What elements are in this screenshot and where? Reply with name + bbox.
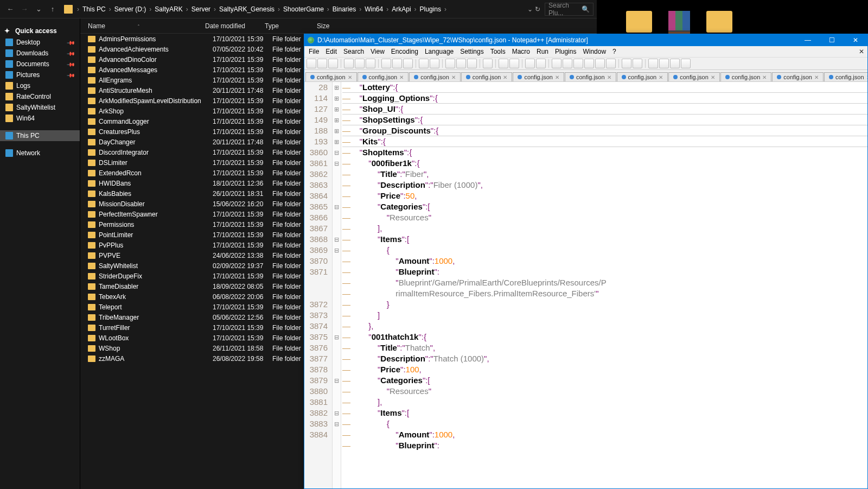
- fold-toggle[interactable]: [333, 212, 341, 223]
- fold-toggle[interactable]: [333, 299, 341, 310]
- menu-item[interactable]: Macro: [512, 48, 530, 55]
- nav-up-button[interactable]: ↑: [47, 3, 59, 15]
- fold-toggle[interactable]: [333, 364, 341, 375]
- toolbar-button[interactable]: [344, 59, 354, 68]
- breadcrumb-item[interactable]: This PC: [80, 5, 108, 13]
- sidebar-item[interactable]: Downloads📌: [0, 48, 80, 59]
- document-tab[interactable]: config.json✕: [358, 72, 409, 81]
- breadcrumb-item[interactable]: ShooterGame: [281, 5, 326, 13]
- desktop-folder-icon[interactable]: [706, 11, 732, 33]
- tab-close-icon[interactable]: ✕: [607, 74, 611, 80]
- sidebar-this-pc[interactable]: This PC: [0, 130, 80, 141]
- toolbar-button[interactable]: [573, 59, 583, 68]
- fold-toggle[interactable]: [333, 342, 341, 353]
- fold-toggle[interactable]: ⊟: [333, 147, 341, 158]
- toolbar-button[interactable]: [392, 59, 402, 68]
- menu-item[interactable]: Edit: [326, 48, 337, 55]
- fold-toggle[interactable]: [333, 440, 341, 451]
- column-headers[interactable]: Nameˆ Date modified Type Size: [80, 18, 597, 34]
- fold-toggle[interactable]: [333, 266, 341, 277]
- tab-close-icon[interactable]: ✕: [348, 74, 352, 80]
- fold-toggle[interactable]: [333, 277, 341, 288]
- document-tab[interactable]: config.json✕: [565, 72, 616, 81]
- desktop-folder-icon[interactable]: [626, 11, 652, 33]
- breadcrumb-item[interactable]: Binaries: [330, 5, 358, 13]
- sidebar-network[interactable]: Network: [0, 148, 80, 158]
- fold-toggle[interactable]: ⊟: [333, 245, 341, 256]
- fold-toggle[interactable]: ⊟: [333, 201, 341, 212]
- fold-toggle[interactable]: [333, 256, 341, 266]
- refresh-button[interactable]: ↻: [535, 5, 540, 13]
- fold-toggle[interactable]: ⊟: [333, 234, 341, 245]
- toolbar-button[interactable]: [430, 59, 439, 68]
- menu-item[interactable]: Plugins: [555, 48, 576, 55]
- fold-toggle[interactable]: [333, 288, 341, 299]
- document-tab[interactable]: config.json✕: [513, 72, 564, 81]
- toolbar-button[interactable]: [445, 59, 455, 68]
- fold-toggle[interactable]: ⊞: [333, 136, 341, 147]
- toolbar-button[interactable]: [552, 59, 561, 68]
- tab-close-icon[interactable]: ✕: [503, 74, 507, 80]
- tab-close-icon[interactable]: ✕: [659, 74, 663, 80]
- fold-toggle[interactable]: [333, 386, 341, 397]
- breadcrumb-item[interactable]: SaltyARK: [152, 5, 184, 13]
- fold-toggle[interactable]: [333, 353, 341, 364]
- breadcrumb-dropdown-icon[interactable]: ⌄: [527, 5, 533, 13]
- tab-close-icon[interactable]: ✕: [451, 74, 456, 80]
- menu-item[interactable]: View: [371, 48, 385, 55]
- tab-close-icon[interactable]: ✕: [762, 74, 767, 80]
- toolbar-button[interactable]: [403, 59, 413, 68]
- menu-item[interactable]: File: [309, 48, 319, 55]
- fold-column[interactable]: ⊞⊞⊞⊞⊞⊞⊟⊟⊟⊟⊟⊟⊟⊟⊟: [333, 82, 341, 488]
- toolbar-button[interactable]: [595, 59, 605, 68]
- menu-item[interactable]: Tools: [490, 48, 506, 55]
- fold-toggle[interactable]: ⊟: [333, 158, 341, 169]
- tab-close-icon[interactable]: ✕: [711, 74, 715, 80]
- toolbar-button[interactable]: [366, 59, 375, 68]
- toolbar-button[interactable]: [509, 59, 519, 68]
- code-editor[interactable]: 2811412714918819338603861386238633864386…: [304, 82, 867, 488]
- menu-item[interactable]: Settings: [460, 48, 483, 55]
- menu-item[interactable]: Window: [583, 48, 606, 55]
- fold-toggle[interactable]: ⊞: [333, 93, 341, 104]
- sidebar-item[interactable]: Pictures📌: [0, 69, 80, 80]
- sidebar-item[interactable]: RateControl: [0, 91, 80, 102]
- fold-toggle[interactable]: [333, 397, 341, 408]
- fold-toggle[interactable]: ⊞: [333, 82, 341, 93]
- breadcrumb-item[interactable]: SaltyARK_Genesis: [217, 5, 277, 13]
- fold-toggle[interactable]: ⊟: [333, 375, 341, 386]
- window-titlebar[interactable]: D:\Automation\Main_Cluster_Stages\Wipe_7…: [304, 34, 867, 46]
- breadcrumb-item[interactable]: Server (D:): [112, 5, 149, 13]
- toolbar-button[interactable]: [563, 59, 572, 68]
- fold-toggle[interactable]: ⊟: [333, 332, 341, 342]
- maximize-button[interactable]: ☐: [820, 34, 844, 46]
- sidebar-item[interactable]: SaltyWhitelist: [0, 102, 80, 113]
- document-tab[interactable]: config.json✕: [305, 72, 357, 81]
- desktop-rar-icon[interactable]: [668, 11, 690, 37]
- address-breadcrumb[interactable]: › This PC›Server (D:)›SaltyARK›Server›Sa…: [64, 3, 519, 16]
- breadcrumb-item[interactable]: Win64: [362, 5, 385, 13]
- nav-forward-button[interactable]: →: [18, 3, 30, 15]
- toolbar-button[interactable]: [606, 59, 616, 68]
- document-tab[interactable]: config.json✕: [824, 72, 867, 81]
- sidebar-item[interactable]: Documents📌: [0, 59, 80, 69]
- breadcrumb-item[interactable]: Plugins: [418, 5, 443, 13]
- toolbar-button[interactable]: [648, 59, 658, 68]
- toolbar-button[interactable]: [659, 59, 669, 68]
- tab-close-icon[interactable]: ✕: [555, 74, 559, 80]
- menu-item[interactable]: Language: [425, 48, 454, 55]
- fold-toggle[interactable]: [333, 190, 341, 201]
- menu-item[interactable]: Encoding: [391, 48, 418, 55]
- fold-toggle[interactable]: [333, 223, 341, 234]
- tab-close-icon[interactable]: ✕: [866, 74, 867, 80]
- toolbar-button[interactable]: [419, 59, 429, 68]
- toolbar-button[interactable]: [499, 59, 508, 68]
- document-tab[interactable]: config.json✕: [668, 72, 720, 81]
- document-tab[interactable]: config.json✕: [720, 72, 772, 81]
- fold-toggle[interactable]: [333, 169, 341, 180]
- toolbar-button[interactable]: [483, 59, 493, 68]
- fold-toggle[interactable]: ⊞: [333, 115, 341, 125]
- document-tab[interactable]: config.json✕: [772, 72, 824, 81]
- toolbar-button[interactable]: [633, 59, 642, 68]
- code-area[interactable]: — "Lottery":{— "Logging_Options":{— "Sho…: [341, 82, 867, 488]
